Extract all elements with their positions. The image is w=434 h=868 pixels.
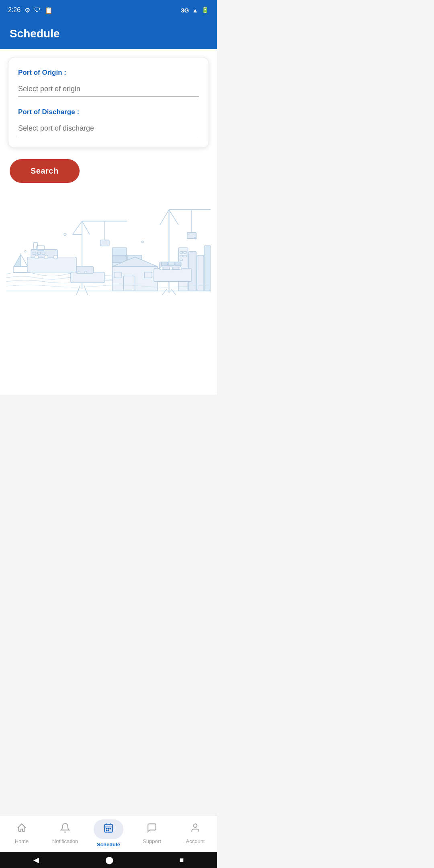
svg-rect-0 [13, 266, 29, 272]
port-of-discharge-group: Port of Discharge : [18, 108, 199, 136]
svg-point-8 [44, 255, 48, 259]
svg-line-39 [162, 289, 167, 295]
svg-point-63 [64, 233, 66, 235]
svg-rect-25 [112, 248, 127, 255]
status-right: 3G ▲ 🔋 [181, 6, 209, 14]
search-button[interactable]: Search [10, 159, 80, 183]
svg-point-64 [141, 241, 143, 243]
main-content: Port of Origin : Port of Discharge : Sea… [0, 49, 217, 395]
svg-point-54 [179, 267, 182, 270]
svg-point-9 [54, 255, 57, 259]
svg-rect-57 [175, 262, 181, 266]
port-of-discharge-label: Port of Discharge : [18, 108, 199, 116]
svg-rect-4 [27, 257, 76, 272]
svg-line-21 [76, 285, 80, 295]
form-card: Port of Origin : Port of Discharge : [8, 57, 209, 148]
sim-icon: 🛡 [34, 6, 41, 14]
svg-rect-55 [162, 262, 168, 266]
svg-rect-50 [154, 268, 192, 282]
port-of-origin-input[interactable] [18, 82, 199, 97]
nfc-icon: 📋 [45, 6, 53, 14]
svg-marker-2 [14, 254, 21, 266]
settings-icon: ⚙ [25, 6, 30, 14]
svg-rect-58 [71, 272, 105, 283]
svg-line-35 [160, 210, 169, 225]
svg-point-7 [35, 255, 39, 259]
port-of-origin-group: Port of Origin : [18, 69, 199, 97]
svg-line-16 [73, 221, 82, 234]
status-time: 2:26 [8, 6, 20, 14]
svg-marker-3 [21, 254, 28, 266]
svg-rect-20 [100, 240, 109, 246]
svg-point-60 [78, 271, 80, 273]
svg-line-36 [169, 210, 179, 225]
svg-rect-56 [168, 262, 174, 266]
svg-point-61 [85, 271, 87, 273]
svg-point-65 [25, 251, 26, 252]
svg-point-53 [169, 267, 172, 270]
port-of-discharge-input[interactable] [18, 121, 199, 136]
svg-rect-44 [204, 246, 211, 291]
svg-line-40 [171, 289, 176, 295]
header: Schedule [0, 20, 217, 49]
status-left: 2:26 ⚙ 🛡 📋 [8, 6, 53, 14]
network-label: 3G [181, 7, 189, 14]
battery-icon: 🔋 [201, 6, 209, 14]
status-bar: 2:26 ⚙ 🛡 📋 3G ▲ 🔋 [0, 0, 217, 20]
svg-point-52 [160, 267, 163, 270]
signal-icon: ▲ [192, 7, 198, 14]
page-title: Schedule [10, 27, 207, 40]
svg-line-17 [82, 221, 90, 234]
port-of-origin-label: Port of Origin : [18, 69, 199, 77]
port-illustration [6, 191, 211, 298]
